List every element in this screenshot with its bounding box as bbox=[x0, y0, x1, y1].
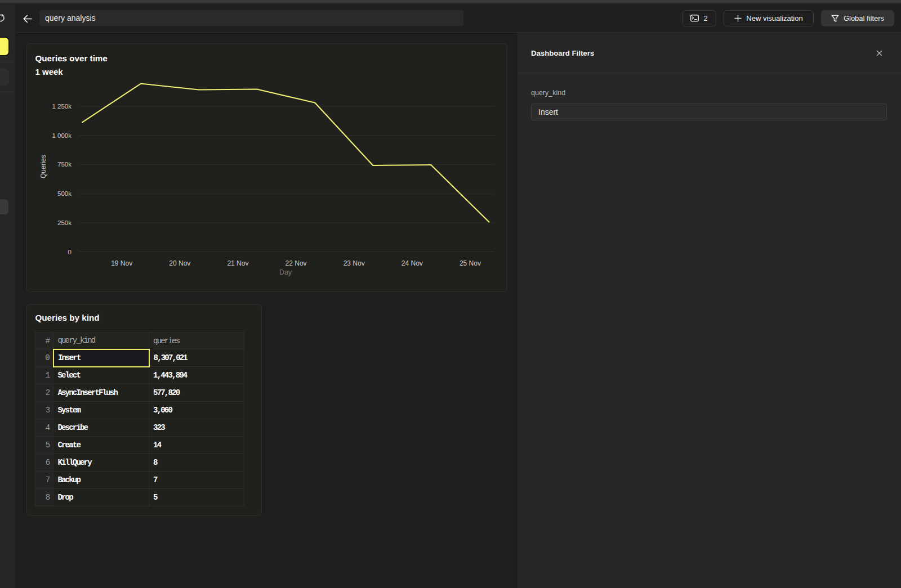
svg-text:22 Nov: 22 Nov bbox=[285, 259, 306, 267]
svg-text:Queries: Queries bbox=[39, 155, 47, 178]
svg-text:19 Nov: 19 Nov bbox=[111, 259, 132, 267]
svg-text:20 Nov: 20 Nov bbox=[169, 259, 190, 267]
svg-text:750k: 750k bbox=[57, 161, 72, 168]
svg-text:1 250k: 1 250k bbox=[52, 103, 72, 110]
svg-text:24 Nov: 24 Nov bbox=[401, 259, 422, 267]
svg-text:0: 0 bbox=[68, 249, 71, 255]
svg-text:250k: 250k bbox=[57, 219, 72, 226]
svg-text:Day: Day bbox=[279, 268, 292, 276]
svg-text:500k: 500k bbox=[57, 190, 72, 197]
svg-text:23 Nov: 23 Nov bbox=[343, 259, 364, 267]
svg-text:1 000k: 1 000k bbox=[52, 132, 72, 139]
svg-text:25 Nov: 25 Nov bbox=[459, 259, 480, 267]
svg-text:21 Nov: 21 Nov bbox=[227, 259, 248, 267]
